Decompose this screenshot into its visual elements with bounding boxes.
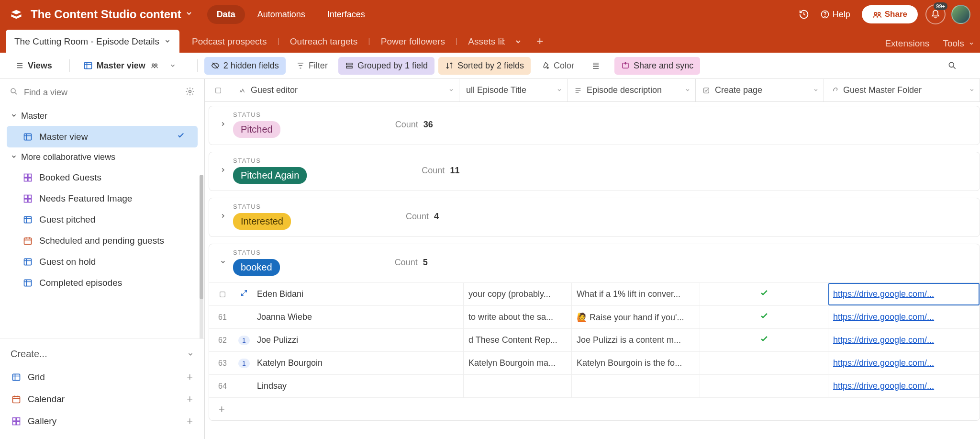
tools-button[interactable]: Tools: [943, 38, 974, 49]
tab-overflow-chevron[interactable]: [505, 38, 532, 53]
cell-guest-editor[interactable]: Katelyn Bourgoin: [252, 352, 464, 374]
chevron-down-icon[interactable]: [448, 85, 454, 95]
row-number[interactable]: 62: [209, 329, 236, 351]
group-toggle[interactable]: [217, 258, 229, 268]
cell-guest-master-folder[interactable]: https://drive.google.com/...: [828, 306, 980, 328]
chevron-down-icon[interactable]: [813, 85, 819, 95]
airtable-logo-icon[interactable]: [10, 8, 23, 21]
active-table-tab[interactable]: The Cutting Room - Episode Details: [6, 30, 179, 53]
extensions-button[interactable]: Extensions: [885, 38, 929, 49]
column-guest-editor[interactable]: Guest editor: [232, 79, 459, 101]
cell-guest-master-folder[interactable]: https://drive.google.com/...: [828, 329, 980, 351]
cell-guest-editor[interactable]: Joe Pulizzi: [252, 329, 464, 351]
cell-create-page[interactable]: [700, 352, 828, 374]
filter-button[interactable]: Filter: [290, 57, 334, 75]
cell-episode-title[interactable]: [464, 375, 572, 397]
current-view-picker[interactable]: Master view: [77, 57, 187, 75]
cell-episode-description[interactable]: 🙋 Raise your hand if you'...: [572, 306, 700, 328]
nav-automations[interactable]: Automations: [248, 5, 315, 24]
cell-guest-master-folder[interactable]: https://drive.google.com/...: [828, 375, 980, 397]
table-tab[interactable]: Podcast prospects: [181, 30, 277, 53]
base-name[interactable]: The Content Studio content: [31, 8, 181, 21]
sidebar-view-master[interactable]: Master view: [7, 126, 198, 147]
history-icon[interactable]: [794, 5, 813, 24]
cell-create-page[interactable]: [700, 329, 828, 351]
column-guest-master-folder[interactable]: Guest Master Folder: [824, 79, 980, 101]
cell-episode-title[interactable]: Katelyn Bourgoin ma...: [464, 352, 572, 374]
share-sync-button[interactable]: Share and sync: [614, 57, 700, 75]
cell-episode-title[interactable]: to write about the sa...: [464, 306, 572, 328]
sidebar-view-item[interactable]: Needs Featured Image: [7, 188, 198, 209]
cell-episode-title[interactable]: your copy (probably...: [464, 283, 572, 305]
sidebar-view-item[interactable]: Booked Guests: [7, 167, 198, 188]
user-avatar[interactable]: [951, 5, 970, 24]
share-button[interactable]: Share: [862, 5, 918, 23]
search-button[interactable]: [941, 57, 968, 74]
chevron-down-icon[interactable]: [969, 85, 975, 95]
create-view-calendar[interactable]: Calendar+: [9, 388, 196, 410]
table-tab[interactable]: Power followers: [370, 30, 456, 53]
color-button[interactable]: Color: [535, 57, 581, 75]
row-number[interactable]: [209, 283, 236, 305]
nav-data[interactable]: Data: [207, 5, 245, 24]
row-height-button[interactable]: [585, 57, 611, 74]
cell-guest-master-folder[interactable]: https://drive.google.com/...: [828, 352, 980, 374]
column-episode-title[interactable]: ull Episode Title: [459, 79, 568, 101]
table-row[interactable]: 64Lindsayhttps://drive.google.com/...: [209, 374, 980, 397]
cell-create-page[interactable]: [700, 283, 828, 305]
add-table-button[interactable]: +: [532, 34, 548, 53]
create-view-grid[interactable]: Grid+: [9, 366, 196, 388]
table-row[interactable]: Eden Bidaniyour copy (probably...What if…: [209, 282, 980, 305]
hidden-fields-button[interactable]: 2 hidden fields: [204, 57, 286, 75]
find-view-input[interactable]: [24, 88, 185, 98]
table-row[interactable]: 631Katelyn BourgoinKatelyn Bourgoin ma..…: [209, 351, 980, 374]
sidebar-section-collab[interactable]: More collaborative views: [7, 147, 198, 167]
sidebar-section-master[interactable]: Master: [7, 106, 198, 126]
base-chevron-icon[interactable]: [185, 10, 193, 20]
create-section-toggle[interactable]: Create...: [9, 346, 196, 366]
sidebar-view-item[interactable]: Guest on hold: [7, 251, 198, 272]
cell-episode-title[interactable]: d These Content Rep...: [464, 329, 572, 351]
table-row[interactable]: 61Joanna Wiebeto write about the sa...🙋 …: [209, 305, 980, 328]
cell-episode-description[interactable]: [572, 375, 700, 397]
table-tab[interactable]: Outreach targets: [279, 30, 368, 53]
table-tab[interactable]: Assets library: [457, 30, 505, 53]
chevron-down-icon[interactable]: [164, 36, 171, 47]
view-settings-icon[interactable]: [185, 87, 195, 99]
cell-guest-master-folder[interactable]: https://drive.google.com/...: [828, 283, 980, 305]
sidebar-view-item[interactable]: Scheduled and pending guests: [7, 230, 198, 251]
sidebar-scrollbar[interactable]: [200, 175, 203, 338]
views-sidebar-toggle[interactable]: Views: [9, 57, 59, 75]
group-toggle[interactable]: [217, 120, 229, 130]
table-row[interactable]: 621Joe Pulizzid These Content Rep...Joe …: [209, 328, 980, 351]
expand-record-icon[interactable]: [240, 289, 248, 299]
notifications-button[interactable]: 99+: [925, 4, 946, 24]
help-button[interactable]: Help: [820, 10, 850, 20]
group-toggle[interactable]: [217, 166, 229, 176]
cell-create-page[interactable]: [700, 375, 828, 397]
add-record-button[interactable]: +: [209, 397, 980, 420]
chevron-down-icon[interactable]: [557, 85, 562, 95]
cell-episode-description[interactable]: What if a 1% lift in conver...: [572, 283, 700, 305]
cell-guest-editor[interactable]: Joanna Wiebe: [252, 306, 464, 328]
sidebar-view-item[interactable]: Completed episodes: [7, 272, 198, 293]
row-number[interactable]: 63: [209, 352, 236, 374]
row-number[interactable]: 61: [209, 306, 236, 328]
group-toggle[interactable]: [217, 212, 229, 222]
svg-rect-15: [24, 174, 28, 178]
chevron-down-icon[interactable]: [685, 85, 690, 95]
select-all-checkbox[interactable]: [205, 79, 232, 101]
cell-create-page[interactable]: [700, 306, 828, 328]
group-button[interactable]: Grouped by 1 field: [338, 57, 434, 75]
cell-guest-editor[interactable]: Lindsay: [252, 375, 464, 397]
cell-guest-editor[interactable]: Eden Bidani: [252, 283, 464, 305]
sidebar-view-item[interactable]: Guest pitched: [7, 209, 198, 230]
row-number[interactable]: 64: [209, 375, 236, 397]
cell-episode-description[interactable]: Joe Pulizzi is a content m...: [572, 329, 700, 351]
cell-episode-description[interactable]: Katelyn Bourgoin is the fo...: [572, 352, 700, 374]
create-view-gallery[interactable]: Gallery+: [9, 410, 196, 432]
column-episode-description[interactable]: Episode description: [568, 79, 696, 101]
column-create-page[interactable]: Create page: [696, 79, 824, 101]
nav-interfaces[interactable]: Interfaces: [318, 5, 375, 24]
sort-button[interactable]: Sorted by 2 fields: [438, 57, 531, 75]
